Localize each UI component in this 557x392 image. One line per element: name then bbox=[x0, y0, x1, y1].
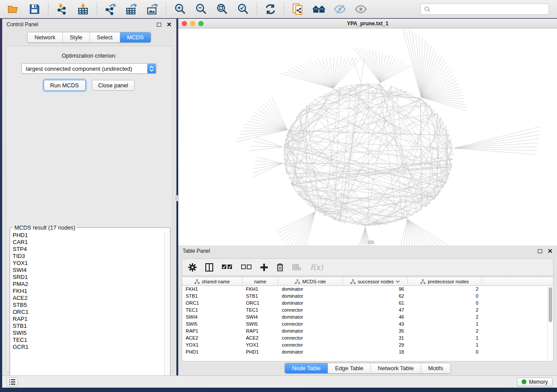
tab-network-table[interactable]: Network Table bbox=[371, 363, 421, 373]
column-header-predecessor-nodes[interactable]: predecessor nodes bbox=[408, 277, 482, 286]
float-panel-icon[interactable] bbox=[157, 23, 161, 27]
mcds-result-item[interactable]: STP4 bbox=[13, 246, 164, 253]
mcds-result-list[interactable]: PHD1CAR1STP4TID3YOX1SWI4SRD1PMA2FKH1ACE2… bbox=[13, 232, 164, 385]
close-panel-button[interactable]: Close panel bbox=[92, 80, 135, 91]
delete-table-icon-disabled bbox=[292, 264, 301, 271]
export-image-button[interactable] bbox=[143, 2, 162, 17]
mcds-result-item[interactable]: ACE2 bbox=[13, 295, 164, 302]
close-panel-icon[interactable]: ✕ bbox=[166, 21, 172, 28]
table-cell: 29 bbox=[343, 342, 408, 349]
add-column-icon[interactable] bbox=[260, 264, 268, 271]
tab-motifs[interactable]: Motifs bbox=[421, 363, 450, 373]
tab-select[interactable]: Select bbox=[90, 32, 120, 42]
mcds-result-item[interactable]: TEC1 bbox=[13, 337, 164, 344]
toolbar-separator bbox=[97, 3, 97, 16]
task-history-button[interactable] bbox=[7, 378, 18, 386]
import-table-button[interactable] bbox=[74, 2, 92, 17]
table-cell: TEC1 bbox=[182, 307, 242, 314]
mcds-result-item[interactable]: CAR1 bbox=[13, 239, 164, 246]
table-cell: 47 bbox=[343, 307, 408, 314]
mcds-result-item[interactable]: SRD1 bbox=[13, 274, 164, 281]
delete-column-icon[interactable] bbox=[277, 263, 284, 272]
search-input[interactable] bbox=[433, 6, 545, 12]
mcds-result-item[interactable]: TID3 bbox=[13, 253, 164, 260]
mcds-result-item[interactable]: FKH1 bbox=[13, 288, 164, 295]
float-table-panel-icon[interactable] bbox=[538, 249, 542, 253]
node-table-body: FKH1FKH1dominator962STB1STB1dominator620… bbox=[182, 286, 553, 356]
zoom-selected-button[interactable] bbox=[234, 2, 252, 17]
zoom-in-button[interactable] bbox=[171, 2, 189, 17]
clone-network-button[interactable] bbox=[289, 2, 307, 17]
hide-selected-button[interactable] bbox=[331, 2, 349, 17]
tab-network[interactable]: Network bbox=[28, 32, 63, 42]
column-header-mcds-role[interactable]: MCDS role bbox=[278, 277, 343, 286]
column-header-shared-name[interactable]: shared name bbox=[182, 277, 242, 286]
table-cell: 46 bbox=[343, 314, 408, 321]
column-header-name[interactable]: name bbox=[242, 277, 278, 286]
table-panel-title: Table Panel bbox=[183, 248, 210, 254]
table-row[interactable]: YOX1YOX1connector291 bbox=[182, 342, 553, 349]
show-all-button[interactable] bbox=[352, 2, 370, 17]
mcds-result-item[interactable]: PHD1 bbox=[13, 232, 164, 239]
mcds-result-item[interactable]: RAP1 bbox=[13, 316, 164, 323]
mcds-result-item[interactable]: YOX1 bbox=[13, 260, 164, 267]
open-file-button[interactable] bbox=[4, 2, 23, 17]
select-all-checkboxes-icon[interactable] bbox=[222, 265, 232, 270]
table-options-gear-icon[interactable] bbox=[188, 263, 197, 272]
mcds-result-item[interactable]: GCR1 bbox=[13, 344, 164, 351]
mcds-tab-content: Optimization criterion: largest connecte… bbox=[6, 46, 173, 372]
tab-style[interactable]: Style bbox=[63, 32, 90, 42]
tab-node-table[interactable]: Node Table bbox=[285, 363, 328, 373]
save-session-button[interactable] bbox=[25, 2, 44, 17]
table-scrollbar-thumb[interactable] bbox=[549, 287, 552, 322]
import-network-button[interactable] bbox=[53, 2, 71, 17]
mcds-result-item[interactable]: PMA2 bbox=[13, 281, 164, 288]
panel-splitter-handle[interactable] bbox=[176, 195, 179, 201]
network-canvas[interactable] bbox=[178, 28, 557, 245]
table-row[interactable]: FKH1FKH1dominator962 bbox=[182, 286, 553, 293]
export-table-button[interactable] bbox=[122, 2, 141, 17]
show-columns-icon[interactable] bbox=[205, 263, 213, 272]
mcds-result-item[interactable]: SWI4 bbox=[13, 267, 164, 274]
first-neighbors-button[interactable] bbox=[310, 2, 328, 17]
column-header-successor-nodes[interactable]: successor nodes bbox=[343, 277, 408, 286]
zoom-fit-button[interactable] bbox=[213, 2, 231, 17]
table-row[interactable]: ORC1ORC1dominator610 bbox=[182, 300, 553, 307]
zoom-out-button[interactable] bbox=[192, 2, 210, 17]
export-network-button[interactable] bbox=[101, 2, 120, 17]
network-titlebar: YPA_prune.txt_1 bbox=[178, 19, 557, 28]
table-cell: ORC1 bbox=[242, 300, 278, 307]
close-table-panel-icon[interactable]: ✕ bbox=[547, 248, 553, 254]
mcds-result-item[interactable]: STB5 bbox=[13, 302, 164, 309]
table-scrollbar[interactable] bbox=[547, 286, 553, 361]
table-row[interactable]: SWI4SWI4dominator462 bbox=[182, 314, 553, 321]
refresh-layout-button[interactable] bbox=[261, 2, 280, 17]
tab-mcds[interactable]: MCDS bbox=[120, 32, 151, 42]
table-row[interactable]: STB1STB1dominator620 bbox=[182, 293, 553, 300]
refresh-icon bbox=[265, 3, 276, 15]
function-builder-icon-disabled: f(x) bbox=[310, 263, 323, 272]
mcds-result-scrollbar[interactable] bbox=[164, 232, 169, 385]
search-field[interactable] bbox=[420, 3, 549, 15]
mcds-result-item[interactable]: SWI5 bbox=[13, 330, 164, 337]
deselect-all-checkboxes-icon[interactable] bbox=[241, 265, 252, 270]
first-neighbors-icon bbox=[312, 4, 325, 14]
table-cell: STB1 bbox=[182, 293, 242, 300]
mcds-result-item[interactable]: STB1 bbox=[13, 323, 164, 330]
table-row[interactable]: RAP1RAP1dominator352 bbox=[182, 328, 553, 335]
table-row[interactable]: PHD1PHD1dominator180 bbox=[182, 349, 553, 356]
memory-button[interactable]: Memory bbox=[517, 378, 553, 386]
table-row[interactable]: ACE2ACE2connector311 bbox=[182, 335, 553, 342]
table-cell: RAP1 bbox=[242, 328, 278, 335]
network-splitter-handle[interactable] bbox=[368, 241, 374, 244]
mcds-result-item[interactable]: ORC1 bbox=[13, 309, 164, 316]
optimization-criterion-select[interactable]: largest connected component (undirected) bbox=[21, 63, 157, 74]
tab-edge-table[interactable]: Edge Table bbox=[328, 363, 371, 373]
mcds-result-title: MCDS result (17 nodes) bbox=[13, 224, 77, 231]
table-row[interactable]: TEC1TEC1connector472 bbox=[182, 307, 553, 314]
table-cell: 35 bbox=[343, 328, 408, 335]
table-row[interactable]: SWI5SWI5connector431 bbox=[182, 321, 553, 328]
run-mcds-button[interactable]: Run MCDS bbox=[44, 80, 86, 91]
export-network-icon bbox=[104, 3, 117, 15]
table-cell: 62 bbox=[343, 293, 408, 300]
